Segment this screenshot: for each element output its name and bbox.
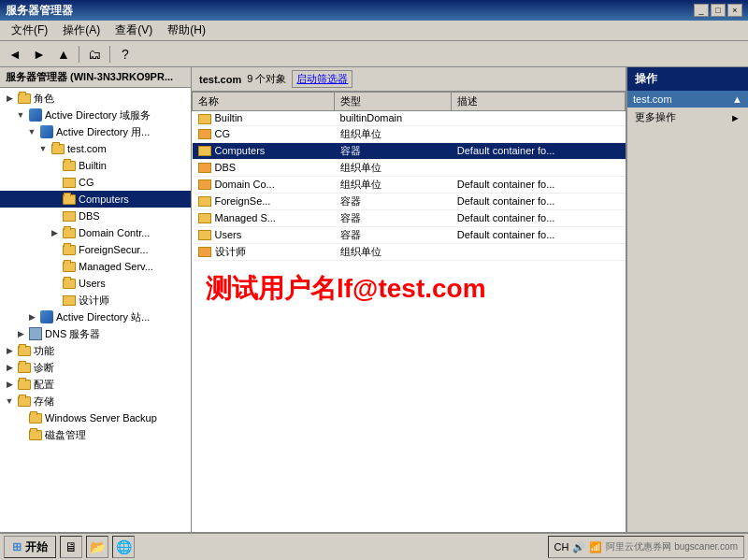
tree-item-features[interactable]: ▶ 功能 (0, 342, 191, 359)
ad-icon (39, 124, 54, 139)
actions-panel: 操作 test.com ▲ 更多操作 ► (626, 67, 748, 532)
cell-type: 组织单位 (335, 159, 452, 176)
filter-button[interactable]: 启动筛选器 (292, 70, 352, 88)
ou-icon (62, 175, 77, 190)
expand-icon (49, 244, 60, 255)
windows-icon: ⊞ (12, 540, 22, 553)
more-actions-item[interactable]: 更多操作 ► (627, 108, 748, 127)
tree-item-disk-mgmt[interactable]: 磁盘管理 (0, 426, 191, 443)
tree-item-dbs[interactable]: DBS (0, 208, 191, 224)
expand-icon (49, 278, 60, 289)
tree-label: 诊断 (34, 361, 54, 375)
col-name[interactable]: 名称 (193, 93, 335, 111)
table-row[interactable]: DBS组织单位 (193, 159, 626, 176)
lang-indicator: CH (554, 541, 569, 553)
table-row[interactable]: Managed S...容器Default container fo... (193, 209, 626, 226)
content-header: test.com 9 个对象 启动筛选器 (192, 67, 626, 92)
tree-item-foreignsecur[interactable]: ForeignSecur... (0, 241, 191, 258)
tree-item-roles[interactable]: ▶ 角色 (0, 90, 191, 107)
tree-item-testcom[interactable]: ▼ test.com (0, 140, 191, 157)
tree-label: CG (79, 177, 94, 188)
folder-icon (17, 377, 32, 392)
cell-name: ForeignSe... (193, 193, 335, 209)
folder-icon (17, 360, 32, 375)
expand-icon (49, 261, 60, 272)
tree-label: Computers (79, 194, 129, 205)
tree-label: Domain Contr... (79, 227, 150, 238)
tree-label: 功能 (34, 344, 54, 358)
tree-item-domain-ctrl[interactable]: ▶ Domain Contr... (0, 224, 191, 241)
folder-icon (28, 427, 43, 442)
tree-item-cg[interactable]: CG (0, 174, 191, 191)
expand-icon: ▶ (4, 379, 15, 390)
help-button[interactable]: ? (114, 44, 137, 65)
tree-item-dns[interactable]: ▶ DNS 服务器 (0, 325, 191, 342)
col-type[interactable]: 类型 (335, 93, 452, 111)
tree-item-users[interactable]: Users (0, 275, 191, 292)
cell-name: Domain Co... (193, 176, 335, 193)
expand-icon: ▶ (4, 345, 15, 356)
up-button[interactable]: ▲ (52, 44, 75, 65)
minimize-button[interactable]: _ (694, 4, 709, 17)
tree-label: Active Directory 用... (56, 125, 150, 139)
watermark-text: 阿里云优惠券网 bugscaner.com (606, 540, 738, 553)
cell-desc: Default container fo... (452, 209, 626, 226)
tree-content: ▶ 角色 ▼ Active Directory 域服务 ▼ Active Dir… (0, 88, 191, 445)
table-row[interactable]: CG组织单位 (193, 125, 626, 142)
tree-item-computers[interactable]: Computers (0, 191, 191, 208)
tree-item-builtin[interactable]: Builtin (0, 157, 191, 174)
cell-type: 容器 (335, 193, 452, 209)
tray-icon2: 📶 (589, 541, 602, 553)
objects-table: 名称 类型 描述 BuiltinbuiltinDomainCG组织单位Compu… (192, 92, 626, 261)
cell-desc (452, 159, 626, 176)
taskbar-server-manager[interactable]: 🖥 (60, 536, 82, 558)
table-row[interactable]: Users容器Default container fo... (193, 226, 626, 243)
system-tray: CH 🔊 📶 阿里云优惠券网 bugscaner.com (548, 536, 745, 558)
cell-name: Computers (193, 142, 335, 159)
folder-icon (50, 141, 65, 156)
folder-icon (17, 343, 32, 358)
menu-help[interactable]: 帮助(H) (160, 21, 213, 40)
tree-item-ad-domain[interactable]: ▼ Active Directory 域服务 (0, 107, 191, 123)
expand-icon: ▶ (4, 362, 15, 373)
table-row[interactable]: ForeignSe...容器Default container fo... (193, 193, 626, 209)
menu-action[interactable]: 操作(A) (55, 21, 108, 40)
menu-file[interactable]: 文件(F) (4, 21, 55, 40)
menu-view[interactable]: 查看(V) (108, 21, 160, 40)
forward-button[interactable]: ► (28, 44, 50, 65)
table-row[interactable]: 设计师组织单位 (193, 243, 626, 260)
expand-icon: ▼ (37, 143, 49, 154)
taskbar-item2[interactable]: 📂 (86, 536, 108, 558)
back-button[interactable]: ◄ (4, 44, 26, 65)
table-header-row: 名称 类型 描述 (193, 93, 626, 111)
tree-item-storage[interactable]: ▼ 存储 (0, 393, 191, 409)
table-row[interactable]: Computers容器Default container fo... (193, 142, 626, 159)
maximize-button[interactable]: □ (711, 4, 726, 17)
col-desc[interactable]: 描述 (452, 93, 626, 111)
close-button[interactable]: × (727, 4, 742, 17)
tree-item-managed-serv[interactable]: Managed Serv... (0, 258, 191, 275)
tree-item-diagnostics[interactable]: ▶ 诊断 (0, 359, 191, 376)
tree-panel: 服务器管理器 (WIN-3N3JRKO9PR... ▶ 角色 ▼ Active … (0, 67, 192, 532)
tree-label: ForeignSecur... (79, 244, 149, 255)
cell-desc (452, 125, 626, 142)
table-row[interactable]: BuiltinbuiltinDomain (193, 111, 626, 126)
tree-item-ad-users[interactable]: ▼ Active Directory 用... (0, 123, 191, 140)
tree-item-ad-sites[interactable]: ▶ Active Directory 站... (0, 309, 191, 325)
tree-item-config[interactable]: ▶ 配置 (0, 376, 191, 393)
tree-item-designer[interactable]: 设计师 (0, 292, 191, 309)
ad-icon (28, 108, 43, 122)
table-row[interactable]: Domain Co...组织单位Default container fo... (193, 176, 626, 193)
ou-icon (62, 293, 77, 308)
show-hide-tree-button[interactable]: 🗂 (83, 44, 106, 65)
expand-icon: ▶ (26, 311, 37, 323)
taskbar-item3[interactable]: 🌐 (112, 536, 135, 558)
tree-label: DNS 服务器 (45, 327, 100, 341)
folder-icon (62, 276, 77, 291)
cell-desc: Default container fo... (452, 142, 626, 159)
cell-name: Managed S... (193, 209, 335, 226)
cell-name: DBS (193, 159, 335, 176)
expand-icon (15, 429, 26, 440)
start-button[interactable]: ⊞ 开始 (4, 536, 56, 558)
tree-item-ws-backup[interactable]: Windows Server Backup (0, 409, 191, 426)
